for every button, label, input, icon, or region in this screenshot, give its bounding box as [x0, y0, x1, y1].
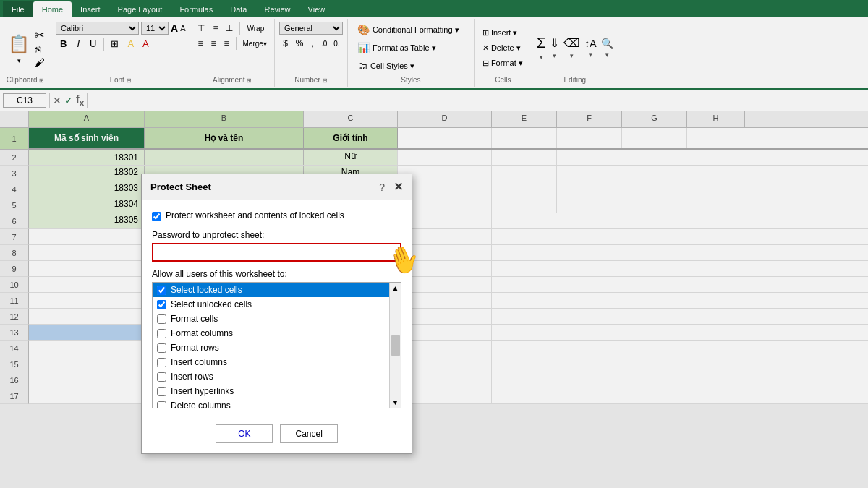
protect-label: Protect worksheet and contents of locked…	[166, 210, 344, 221]
allow-item-select-unlocked[interactable]: Select unlocked cells	[153, 297, 389, 312]
allow-item-delete-columns[interactable]: Delete columns	[153, 398, 389, 408]
password-label: Password to unprotect sheet:	[152, 230, 401, 240]
dialog-close-button[interactable]: ✕	[393, 180, 403, 194]
dialog-overlay	[0, 0, 868, 488]
scrollbar[interactable]: ▲ ▼	[389, 283, 401, 408]
cancel-button[interactable]: Cancel	[280, 424, 337, 443]
allow-item-insert-hyperlinks[interactable]: Insert hyperlinks	[153, 384, 389, 398]
dialog-controls: ? ✕	[379, 180, 403, 194]
dialog-help-button[interactable]: ?	[379, 181, 385, 193]
allow-item-format-columns[interactable]: Format columns	[153, 326, 389, 341]
allow-list: Select locked cells Select unlocked cell…	[152, 282, 401, 408]
dialog-titlebar: Protect Sheet ? ✕	[142, 174, 412, 200]
allow-item-insert-rows[interactable]: Insert rows	[153, 369, 389, 384]
dialog-title: Protect Sheet	[150, 181, 211, 192]
protect-checkbox-row: Protect worksheet and contents of locked…	[152, 210, 401, 221]
dialog-body: Protect worksheet and contents of locked…	[142, 200, 412, 419]
allow-item-format-cells[interactable]: Format cells	[153, 312, 389, 326]
password-input[interactable]	[152, 243, 401, 262]
protect-sheet-dialog: Protect Sheet ? ✕ Protect worksheet and …	[141, 174, 412, 454]
allow-item-select-locked[interactable]: Select locked cells	[153, 283, 389, 297]
ok-button[interactable]: OK	[216, 424, 273, 443]
allow-item-format-rows[interactable]: Format rows	[153, 341, 389, 355]
protect-checkbox[interactable]	[152, 212, 161, 221]
allow-label: Allow all users of this worksheet to:	[152, 269, 401, 279]
allow-item-insert-columns[interactable]: Insert columns	[153, 355, 389, 369]
dialog-footer: OK Cancel	[142, 419, 412, 453]
